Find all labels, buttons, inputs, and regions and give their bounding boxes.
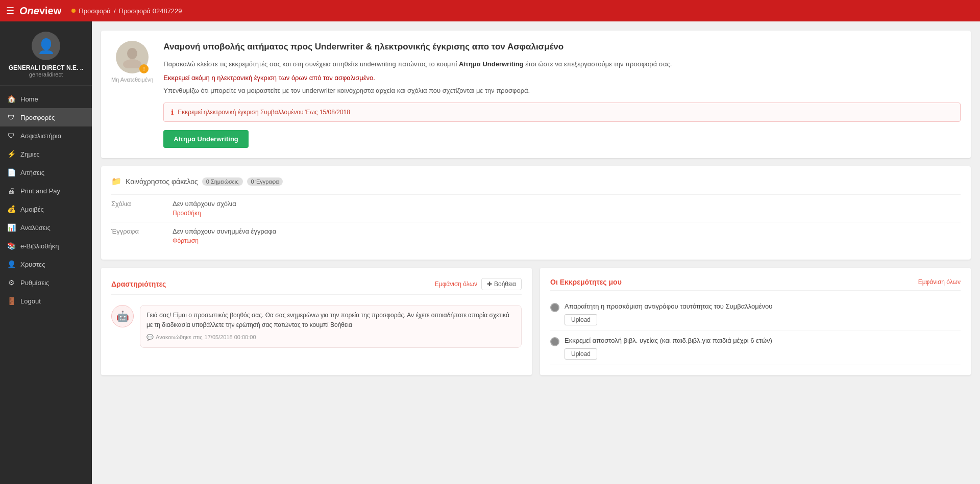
pending-item-1: Απαραίτητη η προσκόμιση αντιγράφου ταυτό…: [550, 297, 961, 331]
sidebar-item-label: Ζημιες: [20, 150, 40, 158]
aitiseis-icon: 📄: [7, 168, 15, 176]
rythmiseis-icon: ⚙: [7, 278, 15, 287]
sidebar: 👤 GENERALI DIRECT N.E. .. generalidirect…: [0, 21, 92, 484]
home-icon: 🏠: [7, 95, 15, 103]
comments-label: Σχόλια: [111, 200, 173, 208]
add-comment-button[interactable]: Προσθήκη: [173, 210, 961, 217]
docs-label: Έγγραφα: [111, 227, 173, 235]
help-icon: ✚: [487, 281, 492, 288]
sidebar-item-logout[interactable]: 🚪 Logout: [0, 292, 92, 310]
main-content: ! Μη Ανατεθειμένη Αναμονή υποβολής αιτήμ…: [92, 21, 980, 484]
upload-button-2[interactable]: Upload: [565, 348, 597, 360]
breadcrumb-part2: Προσφορά 02487229: [119, 7, 182, 15]
sidebar-item-label: Ρυθμίσεις: [20, 279, 49, 287]
status-avatar-area: ! Μη Ανατεθειμένη: [111, 41, 153, 148]
sidebar-item-label: Χρυστες: [20, 261, 45, 268]
sidebar-item-xristes[interactable]: 👤 Χρυστες: [0, 255, 92, 273]
breadcrumb-sep: /: [114, 7, 116, 15]
upload-button-1[interactable]: Upload: [565, 314, 597, 325]
bot-icon: 🤖: [111, 305, 134, 327]
svg-point-1: [123, 59, 141, 68]
sidebar-nav: 🏠 Home 🛡 Προσφορές 🛡 Ασφαλιστήρια ⚡ Ζημι…: [0, 86, 92, 484]
folder-header: 📁 Κοινόχρηστος φάκελος 0 Σημειώσεις 0 Έγ…: [111, 176, 961, 186]
menu-icon[interactable]: ☰: [6, 5, 14, 16]
sidebar-item-label: e-Βιβλιοθήκη: [20, 242, 59, 250]
pending-radio-1: [550, 303, 559, 312]
prosfores-icon: 🛡: [7, 113, 15, 121]
sidebar-item-label: Αιτήσεις: [20, 169, 44, 176]
status-warn: Εκκρεμεί ακόμη η ηλεκτρονική έγκριση των…: [163, 74, 961, 82]
pending-card: Οι Εκκρεμότητες μου Εμφάνιση όλων Απαραί…: [540, 268, 971, 375]
svg-point-0: [127, 48, 137, 59]
sidebar-role: generalidirect: [29, 71, 63, 78]
help-button[interactable]: ✚ Βοήθεια: [481, 278, 522, 290]
pending-item-2: Εκκρεμεί αποστολή βιβλ. υγείας (και παιδ…: [550, 331, 961, 365]
sidebar-item-analysieis[interactable]: 📊 Αναλύσεις: [0, 218, 92, 237]
sidebar-item-zimies[interactable]: ⚡ Ζημιες: [0, 145, 92, 163]
status-card: ! Μη Ανατεθειμένη Αναμονή υποβολής αιτήμ…: [101, 31, 971, 158]
badge-docs: 0 Έγγραφα: [247, 177, 283, 186]
topbar: ☰ Oneview Προσφορά / Προσφορά 02487229: [0, 0, 980, 21]
avatar-badge: !: [139, 64, 149, 73]
docs-value: Δεν υπάρχουν συνημμένα έγγραφα: [173, 227, 961, 235]
activity-item: 🤖 Γειά σας! Είμαι ο προσωπικός βοηθός σα…: [111, 301, 522, 352]
breadcrumb-dot: [71, 9, 76, 13]
logo: Oneview: [19, 5, 61, 17]
sidebar-item-label: Print and Pay: [20, 187, 60, 195]
e-vivliothiki-icon: 📚: [7, 242, 15, 250]
avatar-label: Μη Ανατεθειμένη: [111, 77, 153, 83]
alert-box: ℹ Εκκρεμεί ηλεκτρονική έγκριση Συμβαλλομ…: [163, 103, 961, 122]
status-content: Αναμονή υποβολής αιτήματος προς Underwri…: [163, 41, 961, 148]
sidebar-item-label: Αναλύσεις: [20, 224, 51, 232]
sidebar-item-asfalistirια[interactable]: 🛡 Ασφαλιστήρια: [0, 126, 92, 145]
folder-label: Κοινόχρηστος φάκελος: [126, 177, 198, 186]
alert-text: Εκκρεμεί ηλεκτρονική έγκριση Συμβαλλομέν…: [178, 109, 350, 116]
sidebar-user: 👤 GENERALI DIRECT N.E. .. generalidirect: [0, 21, 92, 86]
sidebar-item-label: Προσφορές: [20, 114, 55, 121]
pending-radio-2: [550, 337, 559, 346]
sidebar-item-label: Ασφαλιστήρια: [20, 132, 61, 140]
bottom-grid: Δραστηριότητες Εμφάνιση όλων ✚ Βοήθεια 🤖…: [101, 268, 971, 384]
folder-docs-row: Έγγραφα Δεν υπάρχουν συνημμένα έγγραφα Φ…: [111, 222, 961, 249]
folder-icon: 📁: [111, 176, 121, 186]
avatar: 👤: [32, 32, 60, 60]
sidebar-item-label: Logout: [20, 297, 41, 305]
activities-card: Δραστηριότητες Εμφάνιση όλων ✚ Βοήθεια 🤖…: [101, 268, 532, 375]
sidebar-item-print-pay[interactable]: 🖨 Print and Pay: [0, 182, 92, 200]
activity-bubble: Γειά σας! Είμαι ο προσωπικός βοηθός σας.…: [140, 305, 522, 348]
pending-text-2: Εκκρεμεί αποστολή βιβλ. υγείας (και παιδ…: [565, 336, 961, 345]
pending-text-1: Απαραίτητη η προσκόμιση αντιγράφου ταυτό…: [565, 302, 961, 311]
underwriting-button[interactable]: Αίτημα Underwriting: [163, 130, 248, 148]
pending-show-all[interactable]: Εμφάνιση όλων: [918, 278, 961, 286]
pending-content-2: Εκκρεμεί αποστολή βιβλ. υγείας (και παιδ…: [565, 336, 961, 360]
sidebar-item-e-vivliothiki[interactable]: 📚 e-Βιβλιοθήκη: [0, 237, 92, 255]
sidebar-username: GENERALI DIRECT N.E. ..: [9, 64, 84, 71]
shared-folder-card: 📁 Κοινόχρηστος φάκελος 0 Σημειώσεις 0 Έγ…: [101, 166, 971, 260]
alert-icon: ℹ: [171, 108, 174, 116]
activities-header: Δραστηριότητες Εμφάνιση όλων ✚ Βοήθεια: [111, 278, 522, 295]
sidebar-item-aitiseis[interactable]: 📄 Αιτήσεις: [0, 163, 92, 182]
logout-icon: 🚪: [7, 297, 15, 305]
pending-content-1: Απαραίτητη η προσκόμιση αντιγράφου ταυτό…: [565, 302, 961, 325]
activities-title: Δραστηριότητες: [111, 280, 166, 288]
sidebar-item-label: Αμοιβές: [20, 206, 44, 213]
sidebar-item-rythmiseis[interactable]: ⚙ Ρυθμίσεις: [0, 273, 92, 292]
sidebar-item-prosfores[interactable]: 🛡 Προσφορές: [0, 108, 92, 126]
upload-button[interactable]: Φόρτωση: [173, 237, 961, 244]
folder-comments-row: Σχόλια Δεν υπάρχουν σχόλια Προσθήκη: [111, 194, 961, 222]
activity-timestamp: 💬 Ανακοινώθηκε στις 17/05/2018 00:00:00: [146, 333, 515, 342]
breadcrumb: Προσφορά / Προσφορά 02487229: [71, 7, 182, 15]
breadcrumb-part1[interactable]: Προσφορά: [79, 7, 111, 15]
bot-message: Γειά σας! Είμαι ο προσωπικός βοηθός σας.…: [146, 311, 515, 330]
amoives-icon: 💰: [7, 205, 15, 213]
status-note: Υπενθυμίζω ότι μπορείτε να μοιραστείτε μ…: [163, 86, 961, 96]
badge-notes: 0 Σημειώσεις: [202, 177, 243, 186]
pending-header: Οι Εκκρεμότητες μου Εμφάνιση όλων: [550, 278, 961, 291]
status-avatar: !: [116, 41, 149, 73]
activities-show-all[interactable]: Εμφάνιση όλων: [435, 281, 477, 288]
analysieis-icon: 📊: [7, 223, 15, 232]
sidebar-item-home[interactable]: 🏠 Home: [0, 90, 92, 108]
pending-title: Οι Εκκρεμότητες μου: [550, 278, 622, 286]
sidebar-item-label: Home: [20, 95, 38, 103]
sidebar-item-amoives[interactable]: 💰 Αμοιβές: [0, 200, 92, 218]
